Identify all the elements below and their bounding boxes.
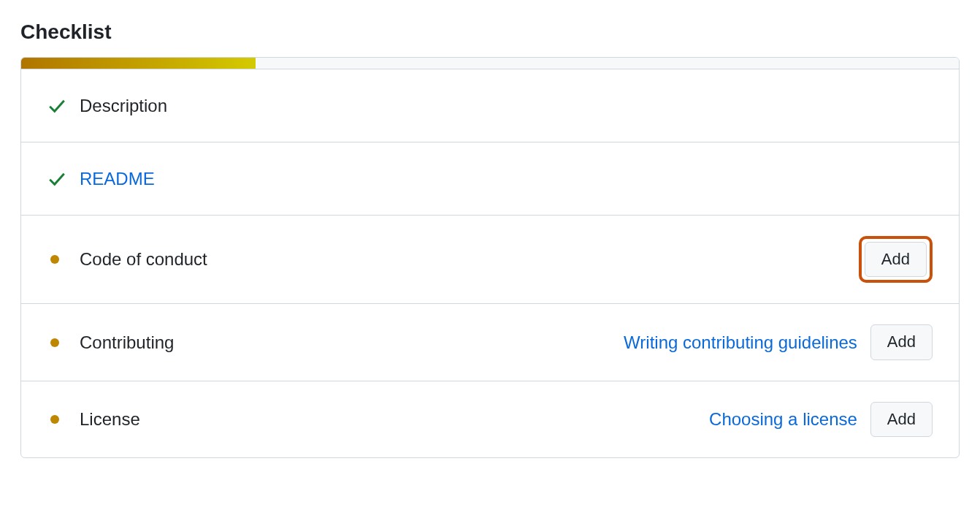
status-cell [47,338,80,347]
pending-dot-icon [50,415,59,424]
item-label: License [80,409,140,430]
checklist-row-description: Description [21,69,959,142]
progress-bar [21,58,959,69]
checklist-row-contributing: Contributing Writing contributing guidel… [21,303,959,380]
checklist-row-readme: README [21,142,959,215]
contributing-guidelines-link[interactable]: Writing contributing guidelines [624,332,857,353]
status-cell [47,415,80,424]
progress-fill [21,58,256,69]
highlight-outline: Add [859,236,933,283]
status-cell [47,170,80,189]
choosing-license-link[interactable]: Choosing a license [709,409,857,430]
check-icon [47,96,66,115]
status-cell [47,96,80,115]
add-license-button[interactable]: Add [870,402,933,437]
add-code-of-conduct-button[interactable]: Add [865,242,927,277]
checklist-row-code-of-conduct: Code of conduct Add [21,215,959,303]
checklist-heading: Checklist [20,20,960,44]
checklist-row-license: License Choosing a license Add [21,381,959,457]
check-icon [47,170,66,189]
item-label: Contributing [80,332,174,353]
pending-dot-icon [50,255,59,264]
item-label: Description [80,96,167,116]
readme-link[interactable]: README [80,169,155,189]
add-contributing-button[interactable]: Add [870,324,933,359]
status-cell [47,255,80,264]
item-label: Code of conduct [80,249,207,270]
pending-dot-icon [50,338,59,347]
checklist-panel: Description README Code of conduct Add C… [20,57,960,458]
